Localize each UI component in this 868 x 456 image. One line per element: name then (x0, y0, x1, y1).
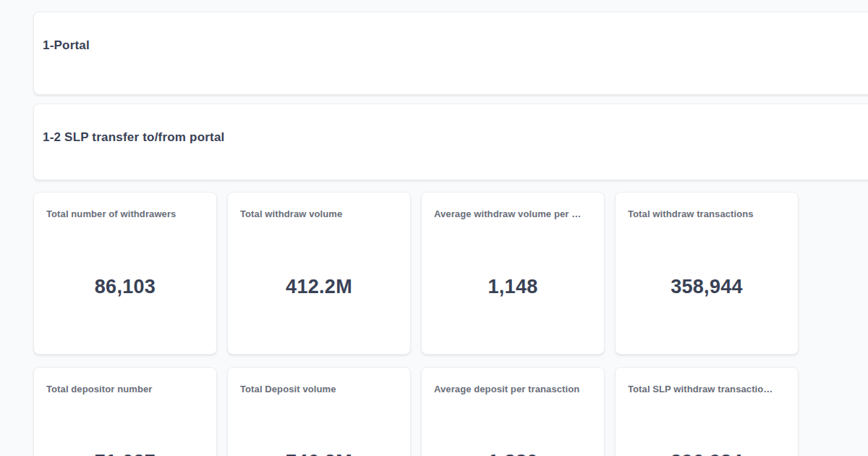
metric-card-total-slp-withdraw-transactions[interactable]: Total SLP withdraw transactio… 396,934 (615, 367, 799, 456)
metric-card-title: Total Deposit volume (240, 383, 398, 395)
heading-card-title: 1-Portal (43, 38, 868, 53)
metric-card-header: Total depositor number (34, 368, 216, 395)
metric-card-total-depositors[interactable]: Total depositor number 71,027 (33, 367, 217, 456)
metric-card-header: Total number of withdrawers (34, 193, 216, 220)
metric-row-deposit: Total depositor number 71,027 Total Depo… (33, 367, 799, 456)
metric-card-total-withdraw-transactions[interactable]: Total withdraw transactions 358,944 (615, 192, 799, 355)
heading-card-portal: 1-Portal (33, 12, 868, 95)
metric-card-value: 746.2M (286, 451, 352, 456)
metric-card-header: Total SLP withdraw transactio… (616, 368, 798, 395)
metric-card-body: 358,944 (616, 220, 798, 354)
metric-card-header: Total withdraw transactions (616, 193, 798, 220)
metric-card-total-deposit-volume[interactable]: Total Deposit volume 746.2M (227, 367, 411, 456)
metric-card-body: 86,103 (34, 220, 216, 354)
metric-card-header: Average deposit per tranasction (422, 368, 604, 395)
metric-card-body: 412.2M (228, 220, 410, 354)
metric-card-value: 71,027 (95, 451, 156, 456)
metric-card-average-deposit[interactable]: Average deposit per tranasction 1,880 (421, 367, 605, 456)
metric-card-average-withdraw-volume[interactable]: Average withdraw volume per … 1,148 (421, 192, 605, 355)
metric-card-title: Average deposit per tranasction (434, 383, 592, 395)
dashboard-canvas: 1-Portal 1-2 SLP transfer to/from portal… (0, 0, 868, 456)
metric-card-body: 746.2M (228, 395, 410, 456)
metric-card-value: 412.2M (286, 276, 352, 298)
metric-card-total-withdrawers[interactable]: Total number of withdrawers 86,103 (33, 192, 217, 355)
metric-card-header: Total withdraw volume (228, 193, 410, 220)
metric-card-title: Total withdraw transactions (628, 208, 786, 220)
metric-row-withdraw: Total number of withdrawers 86,103 Total… (33, 192, 799, 355)
metric-card-body: 71,027 (34, 395, 216, 456)
metric-card-title: Total withdraw volume (240, 208, 398, 220)
metric-card-title: Total SLP withdraw transactio… (628, 383, 786, 395)
heading-card-title: 1-2 SLP transfer to/from portal (43, 130, 868, 145)
metric-card-body: 1,880 (422, 395, 604, 456)
metric-card-title: Average withdraw volume per … (434, 208, 592, 220)
metric-card-value: 1,880 (488, 451, 537, 456)
metric-card-body: 1,148 (422, 220, 604, 354)
metric-card-value: 358,944 (671, 276, 743, 298)
heading-card-slp-transfer: 1-2 SLP transfer to/from portal (33, 104, 868, 180)
metric-card-title: Total number of withdrawers (46, 208, 204, 220)
metric-card-body: 396,934 (616, 395, 798, 456)
metric-card-value: 396,934 (671, 451, 743, 456)
metric-card-title: Total depositor number (46, 383, 204, 395)
metric-card-header: Total Deposit volume (228, 368, 410, 395)
metric-card-header: Average withdraw volume per … (422, 193, 604, 220)
metric-card-total-withdraw-volume[interactable]: Total withdraw volume 412.2M (227, 192, 411, 355)
metric-card-value: 86,103 (95, 276, 156, 298)
metric-card-value: 1,148 (488, 276, 537, 298)
